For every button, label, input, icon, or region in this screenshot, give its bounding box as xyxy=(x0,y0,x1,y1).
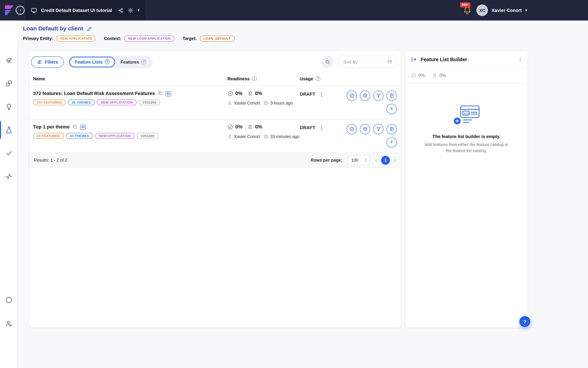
results-count: Results: 1 - 2 of 2 xyxy=(34,158,67,163)
table-row[interactable]: Top 1 per theme ID 24 FEATURES xyxy=(29,120,401,153)
copy-button[interactable] xyxy=(72,124,78,129)
copy-icon xyxy=(158,91,163,96)
list-toolbar: Filters Feature Lists ? Features ? xyxy=(29,51,401,73)
add-to-builder-button[interactable]: + xyxy=(387,137,397,147)
help-button[interactable]: ? xyxy=(519,316,530,327)
copy-id-button[interactable]: ID xyxy=(165,91,171,96)
deployed-percent: 0% xyxy=(255,91,262,96)
sidebar-item-approvals[interactable] xyxy=(0,147,18,159)
filters-button-label: Filters xyxy=(45,59,58,64)
gear-icon[interactable] xyxy=(128,7,134,13)
sidebar-item-security[interactable] xyxy=(0,294,18,306)
main-content: Loan Default by client Primary Entity: N… xyxy=(18,20,588,368)
tag-list: 24 FEATURES 24 THEMES NEW APPLICATION V2… xyxy=(33,133,227,139)
tab-feature-lists[interactable]: Feature Lists ? xyxy=(69,56,115,67)
deploy-action-button[interactable] xyxy=(360,124,370,134)
id-badge-icon: ID xyxy=(80,125,86,130)
readiness-percent: 0% xyxy=(235,91,242,96)
sidebar-item-catalog[interactable] xyxy=(0,77,18,90)
view-tab-group: Feature Lists ? Features ? xyxy=(68,55,153,68)
left-rail xyxy=(0,20,18,368)
entity-meta: Primary Entity: NEW APPLICATION Context:… xyxy=(23,36,588,42)
row-menu-button[interactable]: ⋮ xyxy=(319,92,324,97)
help-icon[interactable]: ? xyxy=(141,59,146,64)
readiness-action-button[interactable] xyxy=(347,90,357,101)
updated-time: 33 minutes ago xyxy=(270,134,299,139)
edit-title-button[interactable] xyxy=(86,26,92,32)
updated-time: 3 hours ago xyxy=(270,101,293,105)
funnel-icon xyxy=(376,93,381,98)
person-icon xyxy=(227,134,232,139)
tab-features[interactable]: Features ? xyxy=(115,56,151,67)
deploy-action-button[interactable] xyxy=(360,90,370,101)
pencil-icon xyxy=(86,26,92,32)
share-icon[interactable] xyxy=(118,7,124,13)
target-label: Target: xyxy=(183,36,197,41)
chevron-down-icon[interactable]: ▾ xyxy=(138,8,140,12)
tag: 372 FEATURES xyxy=(33,99,66,105)
builder-stats: 0% 0% xyxy=(405,68,527,83)
tag: NEW APPLICATION xyxy=(97,99,136,105)
sliders-icon xyxy=(37,59,42,64)
sidebar-item-activity[interactable] xyxy=(0,170,18,183)
add-to-builder-button[interactable]: + xyxy=(387,104,397,114)
tag: NEW APPLICATION xyxy=(95,133,134,139)
copy-id-button[interactable]: ID xyxy=(80,124,86,129)
activity-icon xyxy=(5,173,12,180)
copy-button[interactable] xyxy=(158,91,163,96)
target-chip[interactable]: LOAN_DEFAULT xyxy=(200,36,234,42)
tab-feature-lists-label: Feature Lists xyxy=(75,59,102,64)
user-menu[interactable]: XC Xavier Conort ▾ xyxy=(477,4,527,16)
status-badge: DRAFT xyxy=(300,125,315,130)
info-icon[interactable]: i xyxy=(252,76,257,81)
notifications-button[interactable]: 999+ xyxy=(463,6,472,15)
feature-list-builder-panel: Feature List Builder ⋮ 0% 0% xyxy=(405,50,528,328)
search-button[interactable] xyxy=(321,56,334,68)
clock-icon xyxy=(264,134,268,139)
sidebar-item-user-settings[interactable] xyxy=(0,317,18,330)
row-menu-button[interactable]: ⋮ xyxy=(319,125,324,130)
app-logo[interactable] xyxy=(3,4,16,17)
sidebar-item-insights[interactable] xyxy=(0,101,18,113)
notebook-action-button[interactable] xyxy=(387,90,397,101)
tag: 24 FEATURES xyxy=(33,133,64,139)
filters-button[interactable]: Filters xyxy=(31,56,64,67)
table-header: Name Readiness i Usage ? xyxy=(29,73,401,86)
check-icon xyxy=(5,149,12,157)
filter-action-button[interactable] xyxy=(373,124,383,134)
sort-icon xyxy=(387,59,392,64)
sidebar-item-explore[interactable] xyxy=(0,54,18,66)
feature-list-name: 372 features: Loan Default Risk Assessme… xyxy=(33,90,155,96)
help-icon[interactable]: ? xyxy=(315,76,320,81)
builder-readiness-percent: 0% xyxy=(418,73,425,78)
next-page-button[interactable]: › xyxy=(394,157,396,163)
tag: 24 THEMES xyxy=(66,133,93,139)
page-number-button[interactable]: 1 xyxy=(381,156,390,165)
rows-per-page-select[interactable]: 100 ▲▼ xyxy=(348,155,370,165)
link-off-icon xyxy=(247,90,253,96)
table-row[interactable]: 372 features: Loan Default Risk Assessme… xyxy=(29,86,401,120)
rows-per-page-value: 100 xyxy=(351,158,358,163)
previous-page-button[interactable]: ‹ xyxy=(375,157,377,163)
tag-list: 372 FEATURES 25 THEMES NEW APPLICATION V… xyxy=(33,99,227,105)
feature-lists-card: Filters Feature Lists ? Features ? xyxy=(29,50,401,328)
readiness-action-button[interactable] xyxy=(347,124,357,134)
help-icon[interactable]: ? xyxy=(105,59,110,64)
sidebar-item-experiments[interactable] xyxy=(0,124,18,136)
workspace-switcher[interactable]: Credit Default Dataset UI tutorial ▾ xyxy=(25,0,145,20)
column-usage: Usage ? xyxy=(300,73,337,86)
feature-list-name: Top 1 per theme xyxy=(33,124,70,129)
notebook-action-button[interactable] xyxy=(387,124,397,134)
primary-entity-chip[interactable]: NEW APPLICATION xyxy=(56,36,96,42)
sort-by-dropdown[interactable]: Sort By xyxy=(339,56,396,68)
sidebar-toggle-button[interactable]: › xyxy=(16,6,25,15)
builder-menu-button[interactable]: ⋮ xyxy=(518,57,523,62)
notebook-icon xyxy=(389,93,394,98)
builder-title: Feature List Builder xyxy=(421,56,514,62)
sort-by-placeholder: Sort By xyxy=(343,59,387,64)
filter-action-button[interactable] xyxy=(373,90,383,101)
owner-name: Xavier Conort xyxy=(234,134,260,139)
context-chip[interactable]: NEW LOAN APPLICATION xyxy=(124,36,174,42)
search-icon xyxy=(325,59,330,65)
id-badge-icon: ID xyxy=(165,91,171,96)
